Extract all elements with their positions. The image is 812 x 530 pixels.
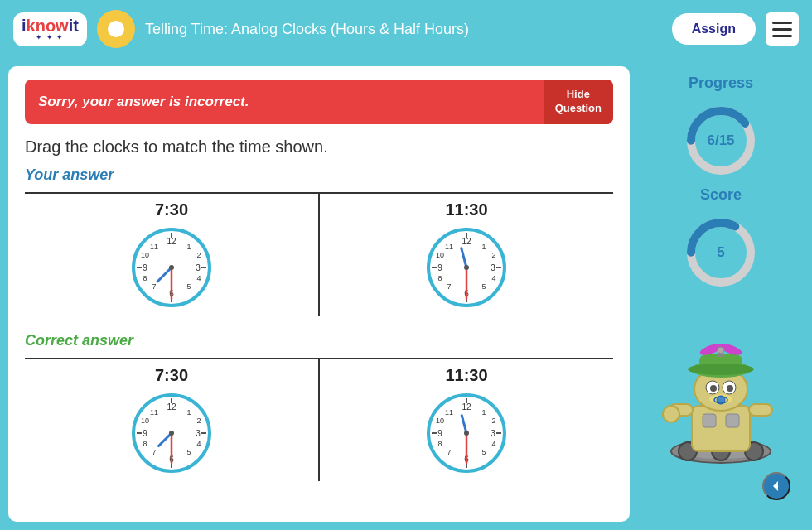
svg-text:2: 2 — [491, 251, 495, 259]
svg-text:3: 3 — [196, 263, 201, 272]
svg-rect-89 — [692, 406, 750, 451]
logo-subtitle: ✦ ✦ ✦ — [36, 34, 64, 41]
logo: iknowit ✦ ✦ ✦ — [13, 12, 87, 46]
hide-question-button[interactable]: HideQuestion — [544, 80, 613, 124]
analog-clock: 12 6 9 3 1 2 4 5 11 10 8 7 — [425, 226, 508, 309]
instructions: Drag the clocks to match the time shown. — [25, 137, 613, 157]
svg-text:9: 9 — [143, 263, 147, 272]
svg-text:5: 5 — [186, 282, 191, 291]
clock-time-label: 11:30 — [445, 366, 487, 385]
svg-text:8: 8 — [437, 274, 442, 282]
svg-text:4: 4 — [196, 274, 201, 282]
svg-text:7: 7 — [152, 282, 156, 291]
svg-point-94 — [663, 406, 679, 422]
analog-clock: 12 6 9 3 1 2 4 5 11 10 8 7 — [130, 226, 213, 309]
svg-text:4: 4 — [196, 440, 201, 448]
left-panel: Sorry, your answer is incorrect. HideQue… — [8, 66, 630, 522]
svg-text:1: 1 — [186, 408, 191, 417]
hamburger-line — [772, 35, 792, 37]
svg-text:7: 7 — [447, 448, 451, 456]
menu-button[interactable] — [766, 12, 799, 46]
progress-donut: 6/15 — [684, 104, 758, 178]
analog-clock: 12 6 9 3 1 2 4 5 11 10 8 7 — [130, 392, 213, 475]
your-answer-label: Your answer — [25, 166, 613, 184]
svg-text:11: 11 — [445, 243, 453, 251]
back-icon — [768, 478, 785, 494]
svg-text:5: 5 — [481, 448, 486, 456]
clock-cell: 11:30 12 6 9 3 1 2 4 — [320, 359, 613, 481]
svg-point-59 — [169, 431, 174, 436]
svg-text:12: 12 — [462, 237, 471, 246]
svg-text:2: 2 — [196, 417, 201, 425]
svg-text:1: 1 — [481, 243, 486, 251]
svg-point-109 — [718, 347, 724, 354]
mascot — [655, 306, 787, 455]
svg-text:10: 10 — [141, 251, 149, 259]
svg-text:4: 4 — [491, 274, 495, 282]
svg-text:12: 12 — [167, 237, 176, 246]
svg-text:5: 5 — [481, 282, 486, 291]
back-button[interactable] — [762, 472, 790, 500]
svg-point-99 — [727, 385, 733, 392]
svg-text:11: 11 — [150, 408, 158, 417]
header: iknowit ✦ ✦ ✦ Telling Time: Analog Clock… — [0, 0, 812, 58]
svg-point-19 — [169, 265, 174, 270]
svg-text:9: 9 — [437, 429, 442, 438]
hamburger-line — [772, 28, 792, 31]
svg-text:8: 8 — [437, 440, 442, 448]
svg-text:5: 5 — [186, 448, 191, 456]
logo-text: iknowit — [22, 17, 79, 34]
clock-cell: 7:30 12 6 9 3 1 2 4 — [25, 359, 320, 481]
svg-text:7: 7 — [447, 282, 451, 291]
clock-cell: 7:30 12 6 9 3 1 — [25, 194, 320, 316]
svg-text:3: 3 — [196, 429, 201, 438]
score-donut: 5 — [684, 215, 758, 290]
progress-value: 6/15 — [707, 132, 734, 149]
clock-icon — [97, 10, 135, 48]
assign-button[interactable]: Assign — [672, 13, 756, 45]
score-label: Score — [700, 186, 742, 204]
clock-time-label: 7:30 — [155, 200, 188, 219]
clock-time-label: 11:30 — [445, 200, 487, 219]
svg-point-39 — [464, 265, 469, 270]
clock-cell: 11:30 12 6 9 3 1 2 4 — [320, 194, 613, 316]
correct-answer-label: Correct answer — [25, 332, 613, 349]
feedback-bar: Sorry, your answer is incorrect. HideQue… — [25, 80, 613, 124]
svg-text:10: 10 — [436, 417, 444, 425]
svg-text:2: 2 — [491, 417, 495, 425]
hamburger-line — [772, 22, 792, 24]
svg-text:4: 4 — [491, 440, 495, 448]
header-title: Telling Time: Analog Clocks (Hours & Hal… — [145, 21, 662, 38]
your-answer-clocks: 7:30 12 6 9 3 1 — [25, 192, 613, 316]
correct-answer-clocks: 7:30 12 6 9 3 1 2 4 — [25, 358, 613, 481]
svg-text:7: 7 — [152, 448, 156, 456]
svg-text:10: 10 — [436, 251, 444, 259]
svg-text:3: 3 — [491, 429, 495, 438]
score-value: 5 — [717, 244, 724, 261]
svg-text:9: 9 — [143, 429, 147, 438]
svg-text:12: 12 — [167, 402, 176, 412]
svg-text:10: 10 — [141, 417, 149, 425]
clock-time-label: 7:30 — [155, 366, 188, 385]
svg-text:1: 1 — [186, 243, 191, 251]
svg-text:9: 9 — [437, 263, 442, 272]
svg-rect-91 — [726, 414, 739, 427]
svg-rect-90 — [703, 414, 716, 427]
analog-clock: 12 6 9 3 1 2 4 5 11 10 8 7 — [425, 392, 508, 475]
svg-text:11: 11 — [150, 243, 158, 251]
svg-rect-93 — [749, 404, 772, 416]
main-content: Sorry, your answer is incorrect. HideQue… — [0, 58, 812, 530]
progress-label: Progress — [689, 75, 753, 92]
svg-text:3: 3 — [491, 263, 495, 272]
svg-text:11: 11 — [445, 408, 453, 417]
feedback-message: Sorry, your answer is incorrect. — [25, 85, 544, 118]
svg-text:2: 2 — [196, 251, 201, 259]
svg-point-98 — [710, 385, 717, 392]
svg-text:12: 12 — [462, 402, 471, 412]
right-panel: Progress 6/15 Score 5 — [638, 66, 804, 522]
svg-point-79 — [464, 431, 469, 436]
svg-point-105 — [688, 364, 754, 375]
svg-text:1: 1 — [481, 408, 486, 417]
svg-text:8: 8 — [143, 274, 147, 282]
svg-text:8: 8 — [143, 440, 147, 448]
